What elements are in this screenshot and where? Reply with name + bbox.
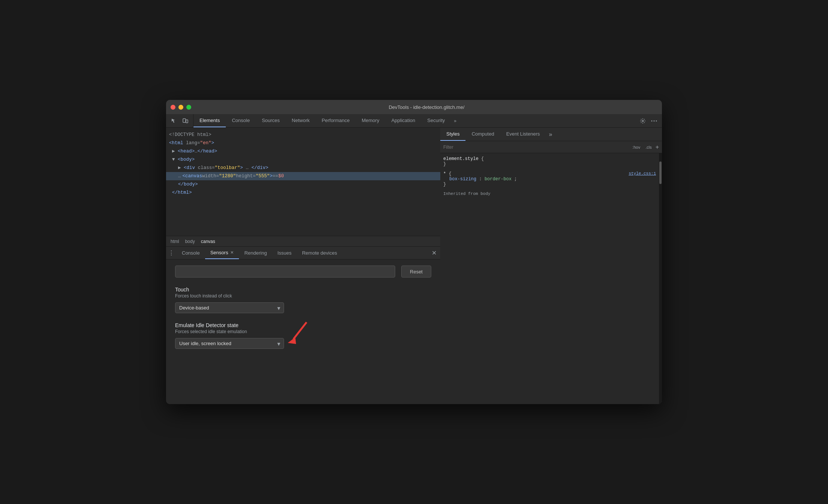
breadcrumb: html body canvas	[166, 236, 440, 246]
styles-scrollbar-thumb[interactable]	[659, 161, 662, 184]
minimize-button[interactable]	[178, 105, 183, 110]
bottom-panel-close[interactable]: ✕	[428, 247, 440, 259]
main-tab-bar: Elements Console Sources Network Perform…	[166, 114, 662, 128]
tab-sensors[interactable]: Sensors ✕	[205, 247, 239, 259]
reset-row: Reset	[175, 266, 431, 278]
dom-content: <!DOCTYPE html> <html lang="en"> ▶ <head…	[166, 128, 440, 236]
tab-styles[interactable]: Styles	[440, 128, 465, 141]
right-panel: Styles Computed Event Listeners » :hov .…	[440, 128, 662, 404]
dom-line[interactable]: ▶ <div class="toolbar"> … </div>	[166, 164, 440, 172]
svg-point-3	[651, 120, 653, 121]
styles-tab-bar: Styles Computed Event Listeners »	[440, 128, 662, 141]
sensors-tab-close[interactable]: ✕	[230, 250, 234, 255]
sensors-content: Reset Touch Forces touch instead of clic…	[166, 260, 440, 404]
devtools-window: DevTools - idle-detection.glitch.me/ Ele…	[166, 100, 662, 404]
idle-select-wrapper: No idle emulation User active, screen un…	[175, 338, 284, 349]
idle-select[interactable]: No idle emulation User active, screen un…	[175, 338, 284, 349]
css-close-brace: }	[443, 161, 656, 167]
dom-line[interactable]: </html>	[166, 189, 440, 197]
breadcrumb-canvas[interactable]: canvas	[199, 238, 217, 245]
tab-computed[interactable]: Computed	[465, 128, 500, 141]
bottom-panel-menu[interactable]: ⋮	[166, 247, 177, 259]
touch-desc: Forces touch instead of click	[175, 293, 431, 299]
tab-application[interactable]: Application	[385, 114, 422, 127]
idle-section: Emulate Idle Detector state Forces selec…	[175, 322, 431, 349]
filter-bar: :hov .cls +	[440, 141, 662, 153]
device-icon[interactable]	[180, 116, 190, 126]
styles-content: element.style { } * { style.css:1	[440, 153, 659, 404]
touch-label: Touch	[175, 287, 431, 293]
styles-area: element.style { } * { style.css:1	[440, 153, 662, 404]
inherited-label: Inherited from body	[443, 192, 656, 196]
tab-performance[interactable]: Performance	[316, 114, 355, 127]
tab-network[interactable]: Network	[286, 114, 316, 127]
dom-line: <!DOCTYPE html>	[166, 131, 440, 139]
selected-dom-line[interactable]: … <canvas width="1280" height="555" > ==…	[166, 172, 440, 180]
title-bar: DevTools - idle-detection.glitch.me/	[166, 100, 662, 114]
tab-more[interactable]: »	[451, 114, 459, 127]
tab-console-bottom[interactable]: Console	[177, 247, 205, 259]
left-column: <!DOCTYPE html> <html lang="en"> ▶ <head…	[166, 128, 440, 404]
svg-point-5	[656, 120, 657, 121]
css-block-star: * { style.css:1 box-sizing : border-box …	[443, 171, 656, 187]
doctype-text: <!DOCTYPE html>	[169, 132, 212, 137]
main-area: <!DOCTYPE html> <html lang="en"> ▶ <head…	[166, 128, 662, 404]
bottom-panel: ⋮ Console Sensors ✕ Rendering Issues	[166, 246, 440, 404]
hov-button[interactable]: :hov	[631, 144, 642, 150]
bottom-tab-bar: ⋮ Console Sensors ✕ Rendering Issues	[166, 247, 440, 260]
svg-rect-1	[186, 120, 188, 123]
dom-line[interactable]: ▶ <head>…</head>	[166, 147, 440, 155]
inspect-icon[interactable]	[169, 116, 179, 126]
tab-rendering[interactable]: Rendering	[239, 247, 272, 259]
dom-line[interactable]: </body>	[166, 180, 440, 189]
touch-select-wrapper: Device-based Force enabled Force disable…	[175, 302, 284, 313]
touch-select[interactable]: Device-based Force enabled Force disable…	[175, 302, 284, 313]
tab-elements[interactable]: Elements	[193, 114, 226, 127]
css-close-brace-2: }	[443, 182, 656, 187]
styles-scrollbar[interactable]	[659, 153, 662, 404]
breadcrumb-html[interactable]: html	[169, 238, 181, 245]
tab-issues[interactable]: Issues	[272, 247, 297, 259]
close-button[interactable]	[171, 105, 175, 110]
idle-desc: Forces selected idle state emulation	[175, 329, 431, 334]
css-selector-line: element.style {	[443, 156, 656, 161]
tab-console[interactable]: Console	[226, 114, 256, 127]
tab-remote-devices[interactable]: Remote devices	[297, 247, 342, 259]
svg-rect-0	[183, 119, 186, 122]
tab-sources[interactable]: Sources	[256, 114, 286, 127]
toolbar-icons	[166, 114, 193, 127]
add-style-button[interactable]: +	[656, 144, 659, 151]
filter-input[interactable]	[443, 145, 628, 150]
maximize-button[interactable]	[186, 105, 191, 110]
dom-line[interactable]: ▼ <body>	[166, 155, 440, 164]
svg-point-4	[654, 120, 655, 121]
settings-icon[interactable]	[638, 116, 648, 126]
dom-panel: <!DOCTYPE html> <html lang="en"> ▶ <head…	[166, 128, 440, 246]
css-prop-line: box-sizing : border-box ;	[443, 177, 656, 182]
tab-event-listeners[interactable]: Event Listeners	[500, 128, 546, 141]
filter-actions: :hov .cls +	[631, 144, 659, 151]
idle-label: Emulate Idle Detector state	[175, 322, 431, 328]
html-tag: <html	[169, 140, 183, 146]
traffic-lights	[171, 105, 191, 110]
tab-security[interactable]: Security	[421, 114, 451, 127]
touch-section: Touch Forces touch instead of click Devi…	[175, 287, 431, 313]
cls-button[interactable]: .cls	[644, 144, 653, 150]
location-input[interactable]	[175, 266, 395, 278]
svg-marker-7	[288, 337, 296, 344]
svg-point-2	[642, 120, 644, 122]
breadcrumb-body[interactable]: body	[184, 238, 196, 245]
css-source-link[interactable]: style.css:1	[629, 171, 656, 176]
window-title: DevTools - idle-detection.glitch.me/	[196, 104, 657, 110]
css-block-element-style: element.style { }	[443, 156, 656, 167]
tab-memory[interactable]: Memory	[356, 114, 385, 127]
reset-button[interactable]: Reset	[401, 266, 431, 278]
more-options-icon[interactable]	[649, 116, 659, 126]
css-star-selector-line: * { style.css:1	[443, 171, 656, 177]
dom-line[interactable]: <html lang="en">	[166, 139, 440, 147]
tab-bar-right	[635, 114, 662, 127]
styles-more[interactable]: »	[546, 128, 555, 141]
